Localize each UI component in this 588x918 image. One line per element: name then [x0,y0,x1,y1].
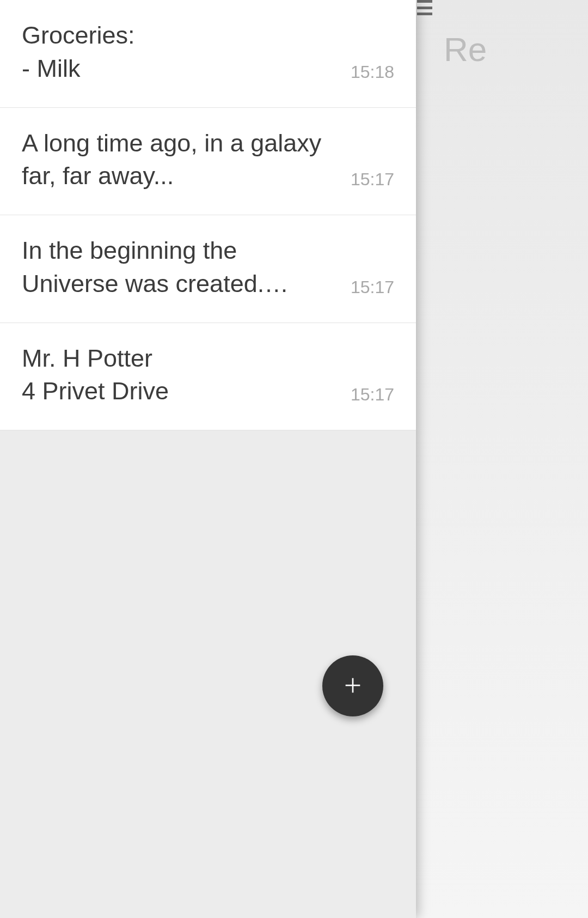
plus-icon [342,674,364,698]
note-item[interactable]: Mr. H Potter 4 Privet Drive 15:17 [0,323,416,431]
note-preview: Groceries: - Milk [22,19,351,86]
add-note-button[interactable] [322,655,383,716]
note-item[interactable]: Groceries: - Milk 15:18 [0,0,416,108]
note-preview: A long time ago, in a galaxy far, far aw… [22,127,351,193]
hamburger-icon[interactable] [417,0,432,15]
notes-list: Groceries: - Milk 15:18 A long time ago,… [0,0,416,430]
note-item[interactable]: In the beginning the Universe was create… [0,215,416,323]
note-time: 15:18 [351,62,394,86]
note-time: 15:17 [351,277,394,301]
notes-drawer: Groceries: - Milk 15:18 A long time ago,… [0,0,416,918]
note-time: 15:17 [351,169,394,193]
note-preview: Mr. H Potter 4 Privet Drive [22,342,351,409]
note-preview: In the beginning the Universe was create… [22,234,351,301]
note-item[interactable]: A long time ago, in a galaxy far, far aw… [0,108,416,216]
note-time: 15:17 [351,385,394,408]
background-title: Re [444,30,487,69]
